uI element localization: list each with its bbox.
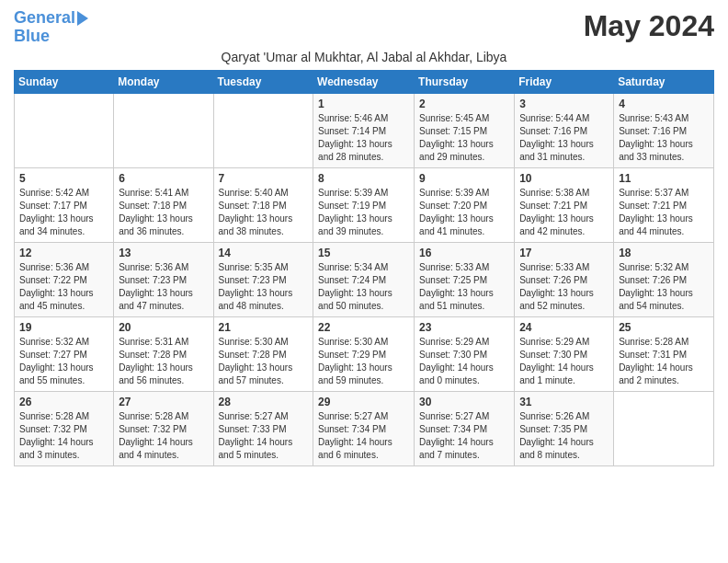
day-number: 31 <box>519 396 609 408</box>
logo: General Blue <box>14 9 88 46</box>
day-info: Sunrise: 5:36 AMSunset: 7:22 PMDaylight:… <box>19 261 108 313</box>
day-number: 24 <box>519 321 609 334</box>
table-row: 4Sunrise: 5:43 AMSunset: 7:16 PMDaylight… <box>614 93 714 167</box>
day-info: Sunrise: 5:27 AMSunset: 7:34 PMDaylight:… <box>318 410 409 462</box>
day-info: Sunrise: 5:32 AMSunset: 7:27 PMDaylight:… <box>19 336 108 387</box>
day-number: 21 <box>219 321 309 334</box>
calendar-week-row: 5Sunrise: 5:42 AMSunset: 7:17 PMDaylight… <box>15 167 714 242</box>
table-row: 21Sunrise: 5:30 AMSunset: 7:28 PMDayligh… <box>213 316 313 391</box>
day-number: 3 <box>519 98 609 110</box>
day-number: 20 <box>119 321 208 334</box>
day-info: Sunrise: 5:39 AMSunset: 7:19 PMDaylight:… <box>318 187 409 238</box>
col-sunday: Sunday <box>15 70 114 93</box>
day-number: 19 <box>19 321 108 334</box>
day-info: Sunrise: 5:37 AMSunset: 7:21 PMDaylight:… <box>619 187 709 238</box>
day-info: Sunrise: 5:28 AMSunset: 7:31 PMDaylight:… <box>619 336 709 387</box>
table-row: 12Sunrise: 5:36 AMSunset: 7:22 PMDayligh… <box>15 242 114 316</box>
logo-text-blue: Blue <box>14 28 50 46</box>
day-info: Sunrise: 5:45 AMSunset: 7:15 PMDaylight:… <box>419 112 509 164</box>
logo-text-general: General <box>14 9 75 28</box>
logo-arrow-icon <box>77 11 88 26</box>
page-header: General Blue May 2024 <box>14 9 714 46</box>
day-info: Sunrise: 5:42 AMSunset: 7:17 PMDaylight:… <box>19 187 108 238</box>
table-row: 22Sunrise: 5:30 AMSunset: 7:29 PMDayligh… <box>313 316 415 391</box>
table-row: 30Sunrise: 5:27 AMSunset: 7:34 PMDayligh… <box>415 391 515 465</box>
table-row: 18Sunrise: 5:32 AMSunset: 7:26 PMDayligh… <box>614 242 714 316</box>
day-number: 4 <box>619 98 709 110</box>
day-number: 18 <box>619 247 709 259</box>
table-row: 29Sunrise: 5:27 AMSunset: 7:34 PMDayligh… <box>313 391 415 465</box>
table-row: 1Sunrise: 5:46 AMSunset: 7:14 PMDaylight… <box>313 93 415 167</box>
day-number: 25 <box>619 321 709 334</box>
table-row: 19Sunrise: 5:32 AMSunset: 7:27 PMDayligh… <box>15 316 114 391</box>
table-row: 17Sunrise: 5:33 AMSunset: 7:26 PMDayligh… <box>515 242 614 316</box>
col-thursday: Thursday <box>415 70 515 93</box>
table-row <box>213 93 313 167</box>
day-number: 2 <box>419 98 509 110</box>
day-number: 26 <box>19 396 108 408</box>
day-number: 8 <box>318 172 409 185</box>
table-row: 14Sunrise: 5:35 AMSunset: 7:23 PMDayligh… <box>213 242 313 316</box>
day-number: 27 <box>119 396 208 408</box>
day-info: Sunrise: 5:33 AMSunset: 7:25 PMDaylight:… <box>419 261 509 313</box>
table-row: 23Sunrise: 5:29 AMSunset: 7:30 PMDayligh… <box>415 316 515 391</box>
table-row: 26Sunrise: 5:28 AMSunset: 7:32 PMDayligh… <box>15 391 114 465</box>
table-row: 9Sunrise: 5:39 AMSunset: 7:20 PMDaylight… <box>415 167 515 242</box>
day-info: Sunrise: 5:27 AMSunset: 7:33 PMDaylight:… <box>219 410 309 462</box>
day-info: Sunrise: 5:31 AMSunset: 7:28 PMDaylight:… <box>119 336 208 387</box>
calendar-week-row: 1Sunrise: 5:46 AMSunset: 7:14 PMDaylight… <box>15 93 714 167</box>
day-number: 29 <box>318 396 409 408</box>
day-info: Sunrise: 5:28 AMSunset: 7:32 PMDaylight:… <box>19 410 108 462</box>
calendar-week-row: 12Sunrise: 5:36 AMSunset: 7:22 PMDayligh… <box>15 242 714 316</box>
day-number: 13 <box>119 247 208 259</box>
day-number: 10 <box>519 172 609 185</box>
calendar-table: Sunday Monday Tuesday Wednesday Thursday… <box>14 70 714 466</box>
day-info: Sunrise: 5:44 AMSunset: 7:16 PMDaylight:… <box>519 112 609 164</box>
table-row: 6Sunrise: 5:41 AMSunset: 7:18 PMDaylight… <box>114 167 213 242</box>
col-friday: Friday <box>515 70 614 93</box>
day-info: Sunrise: 5:30 AMSunset: 7:29 PMDaylight:… <box>318 336 409 387</box>
day-info: Sunrise: 5:41 AMSunset: 7:18 PMDaylight:… <box>119 187 208 238</box>
table-row: 8Sunrise: 5:39 AMSunset: 7:19 PMDaylight… <box>313 167 415 242</box>
table-row: 10Sunrise: 5:38 AMSunset: 7:21 PMDayligh… <box>515 167 614 242</box>
day-number: 9 <box>419 172 509 185</box>
table-row: 11Sunrise: 5:37 AMSunset: 7:21 PMDayligh… <box>614 167 714 242</box>
day-info: Sunrise: 5:33 AMSunset: 7:26 PMDaylight:… <box>519 261 609 313</box>
table-row: 3Sunrise: 5:44 AMSunset: 7:16 PMDaylight… <box>515 93 614 167</box>
day-info: Sunrise: 5:30 AMSunset: 7:28 PMDaylight:… <box>219 336 309 387</box>
table-row: 5Sunrise: 5:42 AMSunset: 7:17 PMDaylight… <box>15 167 114 242</box>
table-row: 13Sunrise: 5:36 AMSunset: 7:23 PMDayligh… <box>114 242 213 316</box>
day-number: 7 <box>219 172 309 185</box>
day-number: 28 <box>219 396 309 408</box>
table-row <box>114 93 213 167</box>
col-saturday: Saturday <box>614 70 714 93</box>
day-info: Sunrise: 5:29 AMSunset: 7:30 PMDaylight:… <box>519 336 609 387</box>
location-subtitle: Qaryat 'Umar al Mukhtar, Al Jabal al Akh… <box>14 50 714 64</box>
calendar-header-row: Sunday Monday Tuesday Wednesday Thursday… <box>15 70 714 93</box>
table-row <box>15 93 114 167</box>
col-monday: Monday <box>114 70 213 93</box>
col-tuesday: Tuesday <box>213 70 313 93</box>
day-number: 23 <box>419 321 509 334</box>
day-info: Sunrise: 5:40 AMSunset: 7:18 PMDaylight:… <box>219 187 309 238</box>
day-number: 6 <box>119 172 208 185</box>
calendar-week-row: 26Sunrise: 5:28 AMSunset: 7:32 PMDayligh… <box>15 391 714 465</box>
month-title: May 2024 <box>584 9 714 43</box>
day-number: 17 <box>519 247 609 259</box>
day-number: 30 <box>419 396 509 408</box>
day-info: Sunrise: 5:35 AMSunset: 7:23 PMDaylight:… <box>219 261 309 313</box>
table-row: 15Sunrise: 5:34 AMSunset: 7:24 PMDayligh… <box>313 242 415 316</box>
day-number: 11 <box>619 172 709 185</box>
day-info: Sunrise: 5:27 AMSunset: 7:34 PMDaylight:… <box>419 410 509 462</box>
table-row: 25Sunrise: 5:28 AMSunset: 7:31 PMDayligh… <box>614 316 714 391</box>
col-wednesday: Wednesday <box>313 70 415 93</box>
table-row: 24Sunrise: 5:29 AMSunset: 7:30 PMDayligh… <box>515 316 614 391</box>
table-row: 2Sunrise: 5:45 AMSunset: 7:15 PMDaylight… <box>415 93 515 167</box>
table-row: 31Sunrise: 5:26 AMSunset: 7:35 PMDayligh… <box>515 391 614 465</box>
table-row: 16Sunrise: 5:33 AMSunset: 7:25 PMDayligh… <box>415 242 515 316</box>
day-number: 5 <box>19 172 108 185</box>
day-info: Sunrise: 5:46 AMSunset: 7:14 PMDaylight:… <box>318 112 409 164</box>
day-number: 16 <box>419 247 509 259</box>
table-row: 27Sunrise: 5:28 AMSunset: 7:32 PMDayligh… <box>114 391 213 465</box>
calendar-week-row: 19Sunrise: 5:32 AMSunset: 7:27 PMDayligh… <box>15 316 714 391</box>
